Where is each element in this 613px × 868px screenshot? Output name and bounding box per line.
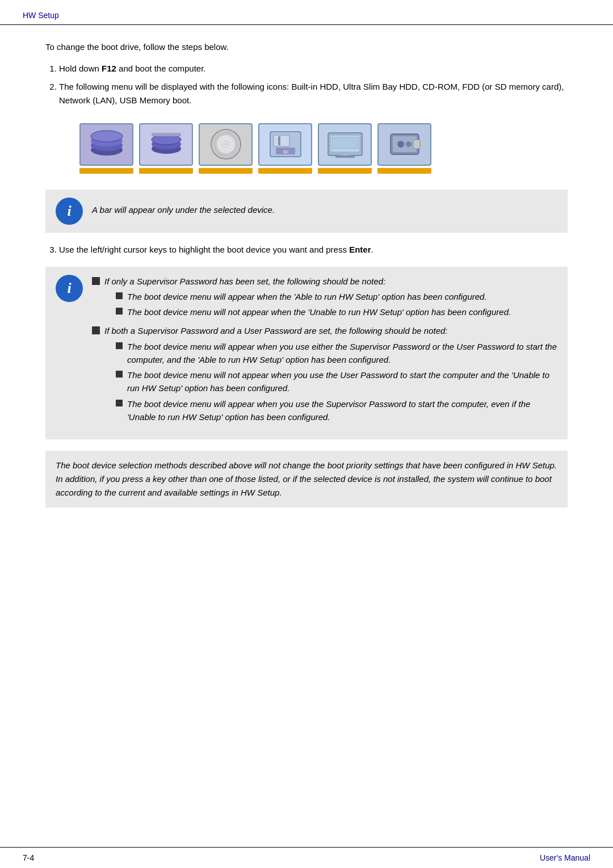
sub-sq-2-2 (116, 371, 123, 378)
svg-point-13 (224, 142, 228, 146)
info-icon-2: i (56, 275, 83, 302)
network-bar (318, 168, 372, 174)
sub-sq-2-3 (116, 400, 123, 406)
info-box-2: i If only a Supervisor Password has been… (45, 267, 568, 440)
bullet-list-main: If only a Supervisor Password has been s… (92, 275, 557, 426)
bullet-sq-2 (92, 326, 100, 334)
svg-rect-22 (341, 152, 349, 156)
bullet-item-2: If both a Supervisor Password and a User… (92, 324, 557, 426)
svg-rect-16 (274, 135, 289, 146)
step-3: Use the left/right cursor keys to highli… (59, 243, 568, 257)
svg-rect-24 (332, 137, 358, 149)
sub-bullet-1-1: The boot device menu will appear when th… (116, 290, 511, 303)
sub-text-1-1: The boot device menu will appear when th… (127, 290, 487, 303)
info-box-1: i A bar will appear only under the selec… (45, 190, 568, 233)
sub-text-2-1: The boot device menu will appear when yo… (127, 340, 557, 367)
sub-bullet-2-1: The boot device menu will appear when yo… (116, 340, 557, 367)
step-3-list: Use the left/right cursor keys to highli… (59, 243, 568, 257)
svg-text:SD: SD (283, 150, 288, 154)
sub-sq-2-1 (116, 342, 123, 349)
bullet-sq-1 (92, 277, 100, 285)
svg-rect-18 (278, 136, 280, 145)
usb-mem-icon-box (377, 123, 431, 166)
page-footer: 7-4 User's Manual (0, 847, 613, 868)
page-header: HW Setup (0, 0, 613, 25)
svg-point-29 (406, 141, 412, 147)
step-1: Hold down F12 and boot the computer. (59, 62, 568, 76)
icon-slim-hdd (139, 123, 193, 174)
hdd-bar (79, 168, 133, 174)
icon-network (318, 123, 372, 174)
sub-sq-1-2 (116, 308, 123, 315)
icon-fdd: SD (258, 123, 312, 174)
fdd-bar (258, 168, 312, 174)
cdrom-icon-box (199, 123, 253, 166)
intro-paragraph: To change the boot drive, follow the ste… (45, 41, 568, 54)
slim-hdd-icon-box (139, 123, 193, 166)
network-icon-box (318, 123, 372, 166)
cdrom-bar (199, 168, 253, 174)
sub-text-2-2: The boot device menu will not appear whe… (127, 368, 557, 395)
fdd-icon-box: SD (258, 123, 312, 166)
steps-list: Hold down F12 and boot the computer. The… (59, 62, 568, 107)
sub-bullet-2-3: The boot device menu will appear when yo… (116, 397, 557, 424)
sub-sq-1-1 (116, 292, 123, 299)
sub-bullet-1-2: The boot device menu will not appear whe… (116, 305, 511, 318)
info-box-2-content: If only a Supervisor Password has been s… (92, 275, 557, 430)
sub-text-2-3: The boot device menu will appear when yo… (127, 397, 557, 424)
usb-mem-bar (377, 168, 431, 174)
step1-bold: F12 (102, 64, 116, 73)
icon-cdrom (199, 123, 253, 174)
main-content: To change the boot drive, follow the ste… (0, 25, 613, 553)
svg-rect-27 (413, 140, 420, 149)
sub-list-2: The boot device menu will appear when yo… (116, 340, 557, 424)
step3-bold: Enter (349, 245, 371, 254)
step-2: The following menu will be displayed wit… (59, 80, 568, 107)
sub-bullet-2-2: The boot device menu will not appear whe… (116, 368, 557, 395)
svg-rect-9 (152, 133, 181, 136)
bullet-text-1: If only a Supervisor Password has been s… (104, 275, 511, 321)
info-box-1-text: A bar will appear only under the selecte… (92, 198, 275, 216)
icon-usb-mem (377, 123, 431, 174)
sub-list-1: The boot device menu will appear when th… (116, 290, 511, 319)
svg-point-28 (397, 141, 404, 148)
boot-icons-row: SD (45, 123, 568, 174)
bullet-text-2: If both a Supervisor Password and a User… (104, 324, 557, 426)
header-title: HW Setup (23, 11, 59, 20)
final-paragraph: The boot device selection methods descri… (45, 451, 568, 508)
svg-rect-23 (335, 156, 355, 158)
icon-hdd (79, 123, 133, 174)
bullet-item-1: If only a Supervisor Password has been s… (92, 275, 557, 321)
sub-text-1-2: The boot device menu will not appear whe… (127, 305, 511, 318)
slim-hdd-bar (139, 168, 193, 174)
footer-manual-title: User's Manual (540, 853, 590, 862)
hdd-icon-box (79, 123, 133, 166)
footer-page-number: 7-4 (23, 853, 34, 862)
info-icon-1: i (56, 198, 83, 225)
